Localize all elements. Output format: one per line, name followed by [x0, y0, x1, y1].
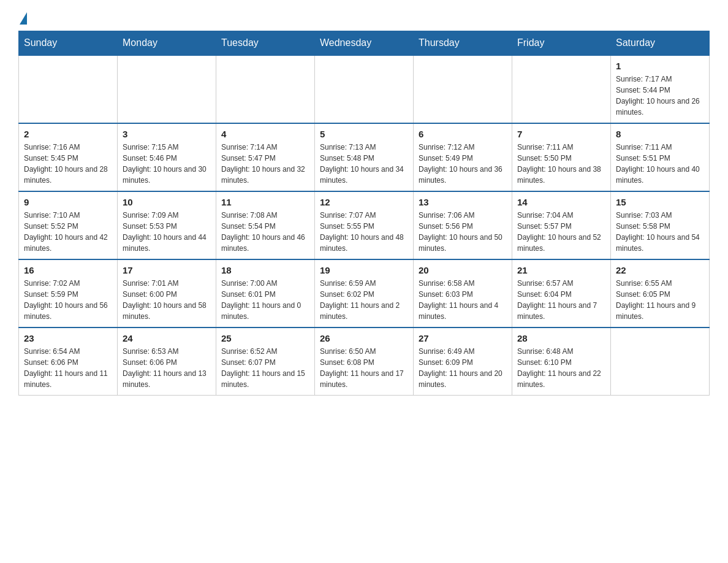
calendar-cell: 14Sunrise: 7:04 AM Sunset: 5:57 PM Dayli… [512, 191, 611, 259]
day-info: Sunrise: 6:54 AM Sunset: 6:06 PM Dayligh… [24, 346, 112, 390]
day-info: Sunrise: 7:04 AM Sunset: 5:57 PM Dayligh… [517, 210, 605, 254]
calendar-cell: 3Sunrise: 7:15 AM Sunset: 5:46 PM Daylig… [118, 123, 216, 191]
calendar-week-2: 2Sunrise: 7:16 AM Sunset: 5:45 PM Daylig… [19, 123, 710, 191]
day-info: Sunrise: 7:14 AM Sunset: 5:47 PM Dayligh… [221, 142, 309, 186]
day-number: 12 [320, 197, 408, 207]
day-number: 4 [221, 129, 309, 139]
day-number: 17 [123, 265, 211, 275]
weekday-header-friday: Friday [512, 31, 611, 56]
calendar-table: SundayMondayTuesdayWednesdayThursdayFrid… [18, 31, 710, 396]
calendar-cell: 11Sunrise: 7:08 AM Sunset: 5:54 PM Dayli… [216, 191, 315, 259]
calendar-cell: 21Sunrise: 6:57 AM Sunset: 6:04 PM Dayli… [512, 259, 611, 327]
day-number: 19 [320, 265, 408, 275]
calendar-cell [19, 55, 118, 123]
calendar-cell [118, 55, 216, 123]
calendar-cell: 24Sunrise: 6:53 AM Sunset: 6:06 PM Dayli… [118, 327, 216, 396]
day-info: Sunrise: 7:03 AM Sunset: 5:58 PM Dayligh… [616, 210, 704, 254]
day-number: 2 [24, 129, 112, 139]
day-number: 23 [24, 333, 112, 343]
day-info: Sunrise: 6:53 AM Sunset: 6:06 PM Dayligh… [123, 346, 211, 390]
day-info: Sunrise: 6:49 AM Sunset: 6:09 PM Dayligh… [419, 346, 507, 390]
day-info: Sunrise: 7:16 AM Sunset: 5:45 PM Dayligh… [24, 142, 112, 186]
day-info: Sunrise: 6:59 AM Sunset: 6:02 PM Dayligh… [320, 278, 408, 322]
day-number: 11 [221, 197, 309, 207]
day-number: 27 [419, 333, 507, 343]
day-info: Sunrise: 7:12 AM Sunset: 5:49 PM Dayligh… [419, 142, 507, 186]
day-number: 28 [517, 333, 605, 343]
day-number: 1 [616, 61, 704, 71]
day-number: 9 [24, 197, 112, 207]
calendar-cell: 4Sunrise: 7:14 AM Sunset: 5:47 PM Daylig… [216, 123, 315, 191]
weekday-header-sunday: Sunday [19, 31, 118, 56]
calendar-cell: 15Sunrise: 7:03 AM Sunset: 5:58 PM Dayli… [611, 191, 710, 259]
day-info: Sunrise: 6:52 AM Sunset: 6:07 PM Dayligh… [221, 346, 309, 390]
weekday-header-wednesday: Wednesday [315, 31, 414, 56]
day-number: 18 [221, 265, 309, 275]
day-number: 26 [320, 333, 408, 343]
weekday-header-row: SundayMondayTuesdayWednesdayThursdayFrid… [19, 31, 710, 56]
day-info: Sunrise: 7:17 AM Sunset: 5:44 PM Dayligh… [616, 74, 704, 118]
day-number: 24 [123, 333, 211, 343]
calendar-cell [315, 55, 414, 123]
day-info: Sunrise: 6:50 AM Sunset: 6:08 PM Dayligh… [320, 346, 408, 390]
calendar-cell: 12Sunrise: 7:07 AM Sunset: 5:55 PM Dayli… [315, 191, 414, 259]
calendar-week-4: 16Sunrise: 7:02 AM Sunset: 5:59 PM Dayli… [19, 259, 710, 327]
weekday-header-thursday: Thursday [414, 31, 512, 56]
day-number: 14 [517, 197, 605, 207]
calendar-cell [414, 55, 512, 123]
calendar-cell: 13Sunrise: 7:06 AM Sunset: 5:56 PM Dayli… [414, 191, 512, 259]
calendar-cell: 19Sunrise: 6:59 AM Sunset: 6:02 PM Dayli… [315, 259, 414, 327]
calendar-cell: 17Sunrise: 7:01 AM Sunset: 6:00 PM Dayli… [118, 259, 216, 327]
day-info: Sunrise: 7:15 AM Sunset: 5:46 PM Dayligh… [123, 142, 211, 186]
day-number: 10 [123, 197, 211, 207]
day-number: 15 [616, 197, 704, 207]
day-info: Sunrise: 6:48 AM Sunset: 6:10 PM Dayligh… [517, 346, 605, 390]
calendar-cell: 18Sunrise: 7:00 AM Sunset: 6:01 PM Dayli… [216, 259, 315, 327]
calendar-cell: 6Sunrise: 7:12 AM Sunset: 5:49 PM Daylig… [414, 123, 512, 191]
day-info: Sunrise: 6:58 AM Sunset: 6:03 PM Dayligh… [419, 278, 507, 322]
day-number: 25 [221, 333, 309, 343]
day-info: Sunrise: 6:57 AM Sunset: 6:04 PM Dayligh… [517, 278, 605, 322]
calendar-week-5: 23Sunrise: 6:54 AM Sunset: 6:06 PM Dayli… [19, 327, 710, 396]
day-info: Sunrise: 7:10 AM Sunset: 5:52 PM Dayligh… [24, 210, 112, 254]
day-info: Sunrise: 7:01 AM Sunset: 6:00 PM Dayligh… [123, 278, 211, 322]
day-info: Sunrise: 7:07 AM Sunset: 5:55 PM Dayligh… [320, 210, 408, 254]
calendar-week-3: 9Sunrise: 7:10 AM Sunset: 5:52 PM Daylig… [19, 191, 710, 259]
day-number: 22 [616, 265, 704, 275]
calendar-cell: 20Sunrise: 6:58 AM Sunset: 6:03 PM Dayli… [414, 259, 512, 327]
weekday-header-tuesday: Tuesday [216, 31, 315, 56]
day-number: 6 [419, 129, 507, 139]
calendar-cell: 26Sunrise: 6:50 AM Sunset: 6:08 PM Dayli… [315, 327, 414, 396]
day-number: 16 [24, 265, 112, 275]
day-number: 20 [419, 265, 507, 275]
day-number: 3 [123, 129, 211, 139]
calendar-cell [216, 55, 315, 123]
logo [18, 12, 27, 25]
calendar-cell: 10Sunrise: 7:09 AM Sunset: 5:53 PM Dayli… [118, 191, 216, 259]
day-number: 5 [320, 129, 408, 139]
day-info: Sunrise: 7:06 AM Sunset: 5:56 PM Dayligh… [419, 210, 507, 254]
calendar-cell: 28Sunrise: 6:48 AM Sunset: 6:10 PM Dayli… [512, 327, 611, 396]
day-info: Sunrise: 7:02 AM Sunset: 5:59 PM Dayligh… [24, 278, 112, 322]
calendar-cell: 16Sunrise: 7:02 AM Sunset: 5:59 PM Dayli… [19, 259, 118, 327]
calendar-cell: 23Sunrise: 6:54 AM Sunset: 6:06 PM Dayli… [19, 327, 118, 396]
calendar-cell [512, 55, 611, 123]
calendar-cell: 25Sunrise: 6:52 AM Sunset: 6:07 PM Dayli… [216, 327, 315, 396]
calendar-cell: 8Sunrise: 7:11 AM Sunset: 5:51 PM Daylig… [611, 123, 710, 191]
calendar-week-1: 1Sunrise: 7:17 AM Sunset: 5:44 PM Daylig… [19, 55, 710, 123]
calendar-cell [611, 327, 710, 396]
page-header [18, 12, 710, 25]
day-number: 13 [419, 197, 507, 207]
calendar-cell: 27Sunrise: 6:49 AM Sunset: 6:09 PM Dayli… [414, 327, 512, 396]
calendar-cell: 2Sunrise: 7:16 AM Sunset: 5:45 PM Daylig… [19, 123, 118, 191]
day-info: Sunrise: 7:09 AM Sunset: 5:53 PM Dayligh… [123, 210, 211, 254]
weekday-header-saturday: Saturday [611, 31, 710, 56]
day-info: Sunrise: 7:08 AM Sunset: 5:54 PM Dayligh… [221, 210, 309, 254]
calendar-cell: 9Sunrise: 7:10 AM Sunset: 5:52 PM Daylig… [19, 191, 118, 259]
day-number: 21 [517, 265, 605, 275]
day-info: Sunrise: 7:11 AM Sunset: 5:51 PM Dayligh… [616, 142, 704, 186]
day-info: Sunrise: 6:55 AM Sunset: 6:05 PM Dayligh… [616, 278, 704, 322]
calendar-cell: 22Sunrise: 6:55 AM Sunset: 6:05 PM Dayli… [611, 259, 710, 327]
calendar-cell: 5Sunrise: 7:13 AM Sunset: 5:48 PM Daylig… [315, 123, 414, 191]
weekday-header-monday: Monday [118, 31, 216, 56]
